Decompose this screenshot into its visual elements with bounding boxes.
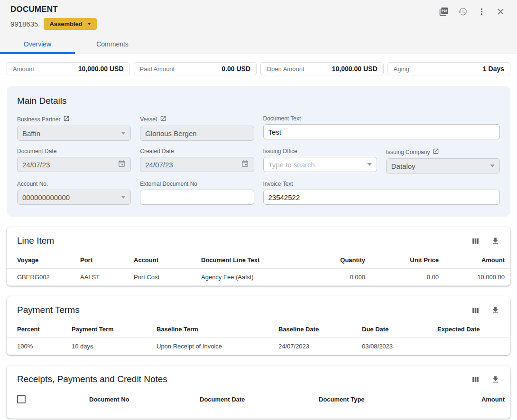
- invoice-text-input[interactable]: [263, 190, 500, 205]
- line-item-table: Voyage Port Account Document Line Text Q…: [7, 253, 510, 286]
- calendar-icon: [241, 160, 249, 169]
- column-header[interactable]: Amount: [437, 392, 510, 408]
- select-value: 000000000000: [22, 193, 70, 201]
- open-in-new-icon[interactable]: [433, 148, 439, 156]
- download-icon: [491, 240, 500, 247]
- column-header[interactable]: Document No: [89, 392, 200, 408]
- column-header[interactable]: Port: [80, 253, 134, 269]
- field-document-text: Document Text: [263, 115, 500, 141]
- download-icon: [491, 309, 500, 316]
- cell-port: AALST: [80, 269, 134, 286]
- column-header[interactable]: Baseline Date: [278, 322, 362, 338]
- cell-amount: 10,000.00: [439, 269, 510, 286]
- download-button[interactable]: [491, 375, 500, 384]
- cell-voyage: GBERG002: [7, 269, 80, 286]
- table-header-row: Document No Document Date Document Type …: [7, 392, 510, 408]
- field-label: Document Text: [263, 115, 301, 122]
- vessel-field[interactable]: Glorious Bergen: [140, 126, 254, 141]
- chevron-down-icon: [121, 196, 126, 199]
- issuing-company-select[interactable]: Dataloy: [386, 158, 500, 173]
- download-icon: [491, 378, 500, 385]
- column-header[interactable]: Voyage: [7, 253, 80, 269]
- summary-label: Amount: [13, 65, 34, 73]
- created-date-picker[interactable]: 24/07/23: [140, 157, 254, 172]
- columns-settings-button[interactable]: [471, 375, 480, 384]
- table-row[interactable]: 100% 10 days Upon Receipt of Invoice 24/…: [7, 338, 510, 355]
- placeholder-text: Type to search.: [268, 161, 317, 169]
- summary-cards: Amount 10,000.00 USD Paid Amount 0.00 US…: [7, 62, 510, 75]
- column-header[interactable]: Expected Date: [437, 322, 510, 338]
- cell-due-date: 03/08/2023: [362, 338, 437, 355]
- summary-value: 1 Days: [483, 65, 504, 73]
- payment-terms-section: Payment Terms Percent Payment Term Basel…: [7, 296, 510, 355]
- column-header[interactable]: Payment Term: [72, 322, 157, 338]
- download-button[interactable]: [491, 306, 500, 315]
- field-account-no: Account No. 000000000000: [17, 181, 131, 205]
- document-number: 9918635: [10, 20, 38, 28]
- field-label: Business Partner: [17, 116, 60, 123]
- tab-overview[interactable]: Overview: [0, 36, 75, 54]
- page-title: DOCUMENT: [10, 5, 507, 14]
- column-header[interactable]: Baseline Term: [157, 322, 278, 338]
- summary-value: 10,000.00 USD: [78, 65, 124, 73]
- status-label: Assembled: [49, 20, 82, 27]
- tab-comments[interactable]: Comments: [75, 36, 150, 54]
- kebab-menu-icon: [477, 11, 487, 18]
- column-header[interactable]: Quantity: [303, 253, 365, 269]
- cell-document-line-text: Agency Fee (Aalst): [201, 269, 303, 286]
- columns-settings-button[interactable]: [471, 306, 480, 315]
- column-header[interactable]: Unit Price: [365, 253, 439, 269]
- receipts-section: Receipts, Payments and Credit Notes Docu…: [7, 365, 510, 419]
- status-badge-dropdown[interactable]: Assembled: [44, 18, 96, 30]
- document-date-picker[interactable]: 24/07/23: [17, 157, 131, 172]
- column-header[interactable]: Percent: [7, 322, 72, 338]
- select-value: Baffin: [22, 129, 40, 137]
- issuing-office-combobox[interactable]: Type to search.: [263, 157, 377, 172]
- field-document-date: Document Date 24/07/23: [17, 148, 131, 173]
- account-no-select[interactable]: 000000000000: [17, 190, 131, 205]
- business-partner-select[interactable]: Baffin: [17, 126, 131, 141]
- document-text-input[interactable]: [263, 124, 500, 139]
- receipts-table: Document No Document Date Document Type …: [7, 392, 510, 408]
- pdf-icon: [439, 11, 449, 18]
- external-document-no-input[interactable]: [140, 190, 254, 205]
- column-header[interactable]: Document Date: [200, 392, 319, 408]
- section-heading: Line Item: [17, 236, 54, 246]
- columns-icon: [471, 240, 480, 247]
- open-in-new-icon[interactable]: [63, 115, 70, 123]
- field-created-date: Created Date 24/07/23: [140, 148, 254, 173]
- summary-card-open-amount: Open Amount 10,000.00 USD: [260, 62, 384, 75]
- column-header[interactable]: Amount: [439, 253, 510, 269]
- pdf-export-button[interactable]: [439, 7, 449, 17]
- summary-value: 0.00 USD: [222, 65, 250, 73]
- more-options-button[interactable]: [477, 7, 487, 17]
- chevron-down-icon: [121, 132, 126, 135]
- line-item-section: Line Item Voyage Port Account Document L…: [7, 227, 510, 286]
- cell-quantity: 0.000: [303, 269, 365, 286]
- date-value: 24/07/23: [145, 161, 173, 169]
- column-header[interactable]: Document Line Text: [201, 253, 303, 269]
- field-issuing-company: Issuing Company Dataloy: [386, 148, 500, 173]
- field-label: Issuing Company: [386, 149, 430, 155]
- columns-icon: [471, 309, 480, 316]
- select-value: Dataloy: [391, 162, 415, 170]
- column-header[interactable]: Account: [134, 253, 201, 269]
- open-in-new-icon[interactable]: [160, 115, 166, 123]
- column-header[interactable]: Due Date: [362, 322, 437, 338]
- page-header: DOCUMENT 9918635 Assembled: [0, 0, 517, 54]
- select-all-checkbox[interactable]: [17, 395, 26, 403]
- field-label: External Document No: [140, 181, 197, 187]
- history-icon: [458, 11, 468, 18]
- table-row[interactable]: GBERG002 AALST Port Cost Agency Fee (Aal…: [7, 269, 510, 286]
- history-button[interactable]: [458, 7, 468, 17]
- columns-settings-button[interactable]: [471, 237, 480, 246]
- chevron-down-icon: [490, 164, 495, 167]
- column-header[interactable]: Document Type: [319, 392, 437, 408]
- chevron-down-icon: [87, 23, 91, 25]
- cell-payment-term: 10 days: [72, 338, 157, 355]
- field-label: Account No.: [17, 181, 48, 187]
- close-button[interactable]: [496, 7, 506, 17]
- download-button[interactable]: [491, 237, 500, 246]
- columns-icon: [471, 378, 480, 385]
- section-heading: Payment Terms: [17, 305, 80, 315]
